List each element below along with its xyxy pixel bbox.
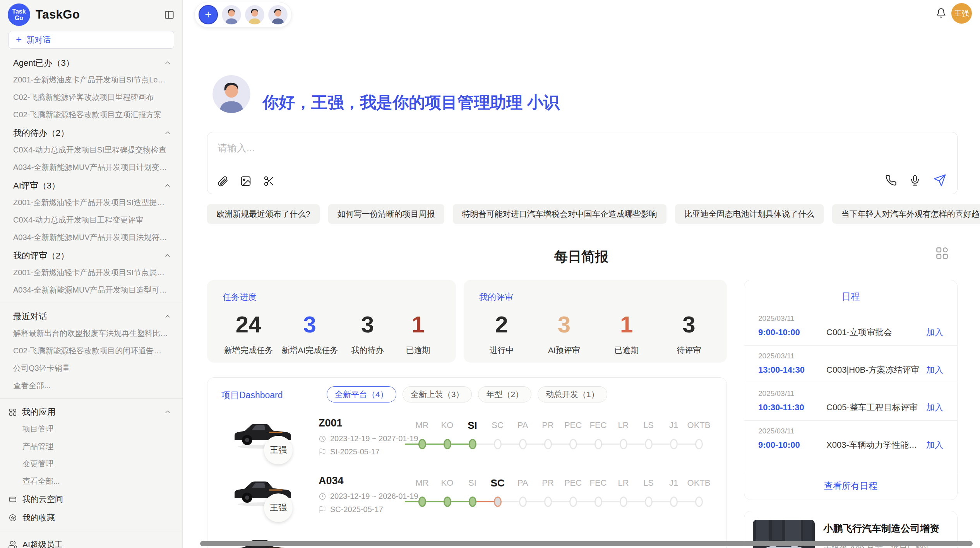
- sidebar-section-title: AI评审（3）: [13, 180, 60, 192]
- contact-avatar-2[interactable]: [245, 5, 264, 24]
- sidebar-header: Task Go TaskGo: [0, 0, 182, 29]
- microphone-icon[interactable]: [909, 175, 921, 186]
- sidebar-section-header[interactable]: AI评审（3）: [0, 176, 182, 194]
- sidebar-section-header[interactable]: Agent已办（3）: [0, 53, 182, 71]
- milestone-label-sc: SC: [485, 476, 510, 490]
- new-chat-button[interactable]: + 新对话: [9, 31, 174, 49]
- chevron-up-icon[interactable]: [164, 408, 171, 416]
- chat-input-card[interactable]: 请输入...: [207, 132, 958, 194]
- chevron-up-icon[interactable]: [164, 59, 171, 67]
- chevron-up-icon[interactable]: [164, 182, 171, 190]
- add-conversation-button[interactable]: +: [199, 5, 218, 24]
- view-all-chats-link[interactable]: 查看全部...: [0, 377, 182, 394]
- stat-label: 新增AI完成任务: [281, 345, 338, 356]
- suggestion-chip[interactable]: 特朗普可能对进口汽车增税会对中国车企造成哪些影响: [453, 204, 666, 224]
- milestone-label-mr: MR: [409, 476, 435, 490]
- project-row[interactable]: 王强Z0012023-12-19 ~ 2027-01-19SI-2025-05-…: [207, 409, 726, 467]
- schedule-item: 2025/03/1110:30-11:30C005-整车工程目标评审加入: [744, 383, 957, 420]
- join-meeting-link[interactable]: 加入: [926, 364, 943, 376]
- horizontal-scrollbar[interactable]: [200, 541, 973, 546]
- milestone-dot-ko: [444, 439, 451, 449]
- chevron-up-icon[interactable]: [164, 313, 171, 320]
- sidebar-conversation-item[interactable]: Z001-全新燃油轻卡产品开发项目SI造型提交物评审: [0, 194, 182, 211]
- stat-item: 3新增AI完成任务: [281, 312, 338, 356]
- milestone-dot-si: [469, 439, 476, 449]
- dashboard-filter-tab[interactable]: 年型（2）: [478, 386, 531, 402]
- attachment-icon[interactable]: [217, 175, 228, 187]
- clock-icon: [319, 493, 326, 500]
- project-row[interactable]: 王强A0342023-12-19 ~ 2026-01-19SC-2025-05-…: [207, 466, 726, 524]
- sidebar-section-header[interactable]: 我的评审（2）: [0, 246, 182, 264]
- join-meeting-link[interactable]: 加入: [926, 402, 943, 413]
- sidebar-conversation-item[interactable]: Z001-全新燃油轻卡产品开发项目SI节点属性5D文件评审: [0, 264, 182, 281]
- sidebar-item-my-apps[interactable]: 我的应用: [0, 402, 182, 420]
- sidebar-app-item[interactable]: 产品管理: [0, 438, 182, 455]
- schedule-title: 日程: [744, 280, 957, 303]
- milestone-dot-lr: [620, 439, 627, 449]
- chevron-up-icon[interactable]: [164, 252, 171, 260]
- sidebar-item-people[interactable]: AI超级员工: [0, 535, 182, 548]
- contact-avatar-3[interactable]: [268, 5, 288, 24]
- schedule-time: 9:00-10:00: [758, 440, 816, 450]
- milestone-label-lr: LR: [611, 476, 636, 490]
- suggestion-chip[interactable]: 比亚迪全固态电池计划具体说了什么: [675, 204, 824, 224]
- suggestion-chip[interactable]: 当下年轻人对汽车外观有怎样的喜好趋势: [832, 204, 980, 224]
- dashboard-filter-tab[interactable]: 动总开发（1）: [538, 386, 607, 402]
- milestone-dot-sc: [494, 439, 502, 449]
- stat-card: 任务进度24新增完成任务3新增AI完成任务3我的待办1已逾期: [207, 280, 456, 363]
- chat-input[interactable]: 请输入...: [218, 142, 255, 154]
- suggestion-chip[interactable]: 欧洲新规最近颁布了什么?: [207, 204, 320, 224]
- milestone-label-fec: FEC: [586, 419, 611, 432]
- sidebar-conversation-item[interactable]: C0X4-动力总成开发项目SI里程碑提交物检查: [0, 141, 182, 159]
- sidebar-app-item[interactable]: 项目管理: [0, 420, 182, 438]
- stat-value: 1: [397, 312, 439, 337]
- news-title: 小鹏飞行汽车制造公司增资: [823, 522, 947, 535]
- view-all-schedule-link[interactable]: 查看所有日程: [744, 472, 957, 500]
- schedule-meeting-name: C001-立项审批会: [826, 327, 922, 338]
- sidebar-conversation-item[interactable]: A034-全新新能源MUV产品开发项目造型可行性评审: [0, 281, 182, 299]
- project-dashboard-card: 项目Dashboard 全新平台（4）全新上装（3）年型（2）动总开发（1） 王…: [207, 377, 727, 548]
- milestone-dot-j1: [670, 439, 678, 449]
- clock-icon: [319, 435, 326, 443]
- milestone-dot-pec: [569, 497, 577, 507]
- join-meeting-link[interactable]: 加入: [926, 439, 943, 451]
- notification-bell-icon[interactable]: [936, 8, 946, 18]
- scissors-icon[interactable]: [263, 175, 275, 187]
- collapse-sidebar-icon[interactable]: [164, 10, 175, 20]
- chevron-up-icon[interactable]: [164, 129, 171, 137]
- sidebar-conversation-item[interactable]: Z001-全新燃油皮卡产品开发项目SI节点Lesson Learn报告: [0, 71, 182, 89]
- project-flag-milestone: SC-2025-05-17: [319, 505, 383, 514]
- milestone-label-ko: KO: [435, 476, 460, 490]
- stat-item: 1已逾期: [606, 312, 648, 356]
- sidebar-conversation-item[interactable]: 解释最新出台的欧盟报废车法规再生塑料比例被调至15%...: [0, 325, 182, 342]
- sidebar-section-header[interactable]: 最近对话: [0, 307, 182, 325]
- sidebar-conversation-item[interactable]: C02-飞腾新能源轻客改款项目立项汇报方案: [0, 106, 182, 123]
- sidebar-section-title: 我的评审（2）: [13, 250, 69, 262]
- sidebar-conversation-item[interactable]: C02-飞腾新能源轻客改款项目的闭环通告反馈情况: [0, 342, 182, 360]
- join-meeting-link[interactable]: 加入: [926, 327, 943, 338]
- sidebar-app-item[interactable]: 变更管理: [0, 455, 182, 473]
- send-icon[interactable]: [933, 174, 946, 187]
- stat-row: 24新增完成任务3新增AI完成任务3我的待办1已逾期: [223, 312, 440, 356]
- dashboard-filter-tab[interactable]: 全新上装（3）: [403, 386, 472, 402]
- sidebar-conversation-item[interactable]: A034-全新新能源MUV产品开发项目计划变更表编写: [0, 159, 182, 176]
- milestone-dot-fec: [595, 439, 602, 449]
- phone-call-icon[interactable]: [885, 175, 897, 186]
- dashboard-filter-tab[interactable]: 全新平台（4）: [327, 386, 396, 402]
- stat-label: 新增完成任务: [224, 345, 273, 356]
- milestone-label-pec: PEC: [560, 419, 586, 432]
- user-avatar[interactable]: 王强: [951, 3, 972, 24]
- layout-grid-icon[interactable]: [935, 246, 949, 260]
- suggestion-chip[interactable]: 如何写一份清晰的项目周报: [328, 204, 444, 224]
- sidebar-conversation-item[interactable]: C0X4-动力总成开发项目工程变更评审: [0, 211, 182, 229]
- contact-avatar-1[interactable]: [222, 5, 241, 24]
- sidebar-conversation-item[interactable]: A034-全新新能源MUV产品开发项目法规符合性评审: [0, 229, 182, 246]
- sidebar-item-star[interactable]: 我的收藏: [0, 509, 182, 527]
- image-upload-icon[interactable]: [240, 175, 252, 187]
- sidebar-item-drive[interactable]: 我的云空间: [0, 490, 182, 509]
- sidebar-section-header[interactable]: 我的待办（2）: [0, 123, 182, 141]
- project-date-range: 2023-12-19 ~ 2026-01-19: [319, 492, 418, 501]
- view-all-apps-link[interactable]: 查看全部...: [0, 473, 182, 490]
- sidebar-conversation-item[interactable]: 公司Q3轻卡销量: [0, 360, 182, 377]
- sidebar-conversation-item[interactable]: C02-飞腾新能源轻客改款项目里程碑画布: [0, 89, 182, 106]
